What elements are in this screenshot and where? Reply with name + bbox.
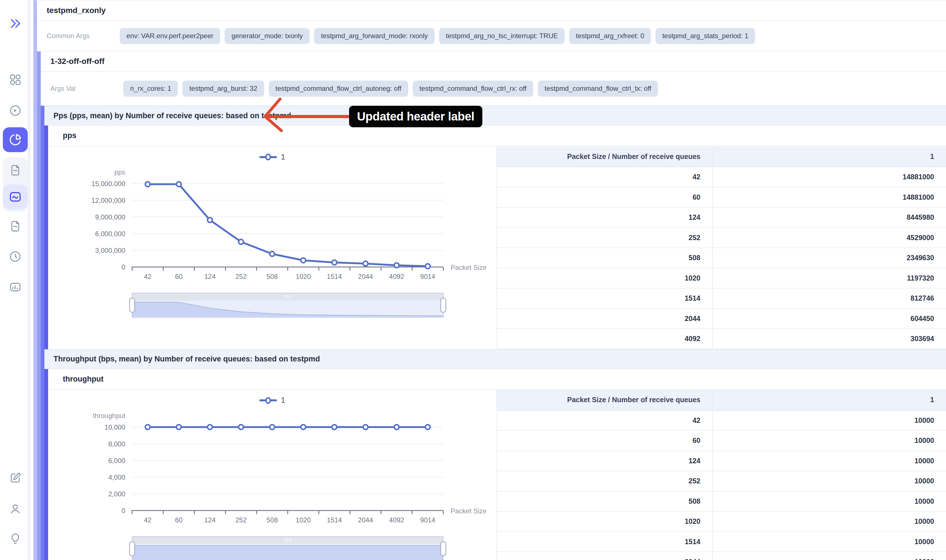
brush-handle[interactable] (441, 298, 446, 312)
line-chart-icon[interactable] (3, 185, 28, 209)
clock-icon[interactable] (9, 250, 22, 263)
svg-text:252: 252 (235, 273, 247, 280)
legend-label: 1 (281, 153, 285, 162)
arg-chip: testpmd_arg_no_lsc_interrupt: TRUE (439, 28, 565, 44)
arg-chip: testpmd_arg_rxfreet: 0 (569, 28, 651, 44)
pie-chart-icon[interactable] (3, 127, 28, 152)
table-row: 1514812746 (497, 288, 946, 309)
svg-text:0: 0 (122, 263, 125, 271)
arg-chip: testpmd_command_flow_ctrl_rx: off (413, 81, 533, 97)
arg-chip: testpmd_command_flow_ctrl_tx: off (538, 81, 658, 97)
table-row: 6010000 (497, 431, 946, 451)
table-column-header: 1 (712, 146, 946, 167)
svg-text:1514: 1514 (327, 273, 342, 280)
pps-section-header-text: Pps (pps, mean) by Number of receive que… (54, 111, 291, 120)
table-row: 10201197320 (497, 268, 946, 288)
svg-text:0: 0 (122, 507, 125, 514)
suite-title[interactable]: testpmd_rxonly (37, 0, 946, 21)
pps-section-header[interactable]: Pps (pps, mean) by Number of receive que… (45, 106, 946, 126)
annotation-label: Updated header label (349, 106, 482, 127)
args-val-row: Args Val n_rx_cores: 1testpmd_arg_burst:… (41, 72, 946, 106)
table-row: 2044604450 (497, 309, 946, 329)
svg-text:60: 60 (175, 273, 183, 280)
svg-text:9014: 9014 (420, 516, 435, 524)
throughput-section: Throughput (bps, mean) by Number of rece… (41, 349, 946, 560)
throughput-line-chart[interactable]: throughput02,0004,0006,0008,00010,000426… (48, 408, 489, 560)
common-args-row: Common Args env: VAR.env.perf.peer2peerg… (37, 21, 946, 51)
double-chevron-right-icon[interactable] (9, 17, 22, 30)
arg-chip: n_rx_cores: 1 (123, 81, 178, 97)
sidebar (0, 0, 31, 560)
case-section: 1-32-off-off-off Args Val n_rx_cores: 1t… (37, 51, 946, 560)
suite-title-text: testpmd_rxonly (47, 6, 106, 15)
svg-text:Packet Size: Packet Size (451, 507, 486, 515)
svg-text:12,000,000: 12,000,000 (91, 197, 125, 204)
svg-text:4,000: 4,000 (108, 474, 125, 481)
args-val-label: Args Val (50, 85, 123, 92)
svg-text:Packet Size: Packet Size (451, 264, 486, 271)
svg-text:1020: 1020 (295, 273, 311, 280)
svg-text:2044: 2044 (358, 516, 373, 524)
arg-chip: testpmd_arg_burst: 32 (183, 81, 264, 97)
lightbulb-icon[interactable] (9, 532, 22, 545)
table-row: 4214881000 (497, 167, 946, 187)
bar-chart-icon[interactable] (9, 280, 22, 294)
svg-text:508: 508 (266, 516, 278, 524)
throughput-card-title[interactable]: throughput (48, 369, 946, 390)
pps-data-table: Packet Size / Number of receive queues14… (497, 146, 946, 349)
common-args-chips: env: VAR.env.perf.peer2peergenerator_mod… (120, 28, 755, 44)
grid-icon[interactable] (9, 73, 22, 86)
svg-text:9014: 9014 (420, 273, 435, 280)
svg-text:4092: 4092 (389, 516, 404, 524)
throughput-chart-area: 1 throughput02,0004,0006,0008,00010,0004… (48, 390, 497, 560)
args-val-chips: n_rx_cores: 1testpmd_arg_burst: 32testpm… (123, 81, 658, 97)
table-row: 50810000 (497, 491, 946, 512)
pps-section: Pps (pps, mean) by Number of receive que… (41, 106, 946, 349)
svg-text:252: 252 (235, 516, 247, 524)
table-row: 4092303694 (497, 329, 946, 349)
table-row: 5082349630 (497, 248, 946, 268)
svg-text:508: 508 (266, 273, 278, 280)
svg-text:1514: 1514 (327, 516, 342, 524)
svg-text:2044: 2044 (358, 273, 373, 280)
common-args-label: Common Args (47, 32, 120, 40)
brush-handle[interactable] (129, 298, 135, 312)
throughput-section-header-text: Throughput (bps, mean) by Number of rece… (54, 355, 320, 363)
table-column-header: Packet Size / Number of receive queues (497, 390, 712, 411)
document-icon[interactable] (9, 164, 22, 177)
user-icon[interactable] (9, 503, 22, 515)
brush-handle[interactable] (129, 542, 135, 556)
throughput-legend-item[interactable]: 1 (48, 390, 497, 408)
throughput-data-table: Packet Size / Number of receive queues14… (497, 390, 946, 560)
svg-text:6,000,000: 6,000,000 (95, 230, 125, 238)
arg-chip: testpmd_command_flow_ctrl_autoneg: off (269, 81, 408, 97)
table-row: 2524529000 (497, 228, 946, 248)
pps-legend-item[interactable]: 1 (48, 146, 497, 164)
svg-text:4092: 4092 (389, 273, 404, 280)
brush-handle[interactable] (441, 542, 446, 556)
svg-text:10,000: 10,000 (105, 423, 125, 431)
table-row: 6014881000 (497, 187, 946, 208)
svg-text:8,000: 8,000 (108, 440, 125, 448)
document-icon[interactable] (9, 220, 22, 233)
legend-marker-icon (259, 156, 277, 158)
table-row: 102010000 (497, 511, 946, 532)
play-circle-icon[interactable] (9, 104, 22, 117)
table-column-header: Packet Size / Number of receive queues (497, 146, 712, 167)
table-column-header: 1 (712, 390, 946, 411)
svg-text:124: 124 (204, 516, 215, 524)
table-row: 4210000 (497, 411, 946, 431)
table-row: 151410000 (497, 532, 946, 552)
svg-text:2,000: 2,000 (108, 490, 125, 498)
throughput-section-header[interactable]: Throughput (bps, mean) by Number of rece… (45, 349, 946, 369)
case-title[interactable]: 1-32-off-off-off (41, 51, 946, 72)
pps-card: pps 1 pps03,000,0006,000,0009,000,00012,… (45, 126, 946, 349)
legend-label: 1 (281, 396, 285, 405)
edit-icon[interactable] (9, 471, 22, 485)
pps-line-chart[interactable]: pps03,000,0006,000,0009,000,00012,000,00… (48, 164, 489, 318)
throughput-card: throughput 1 throughput02,0004,0006,0008… (45, 369, 946, 560)
throughput-card-title-text: throughput (63, 375, 103, 383)
suite-section: testpmd_rxonly Common Args env: VAR.env.… (33, 0, 946, 560)
pps-card-title[interactable]: pps (48, 126, 946, 146)
svg-text:15,000,000: 15,000,000 (91, 180, 125, 188)
